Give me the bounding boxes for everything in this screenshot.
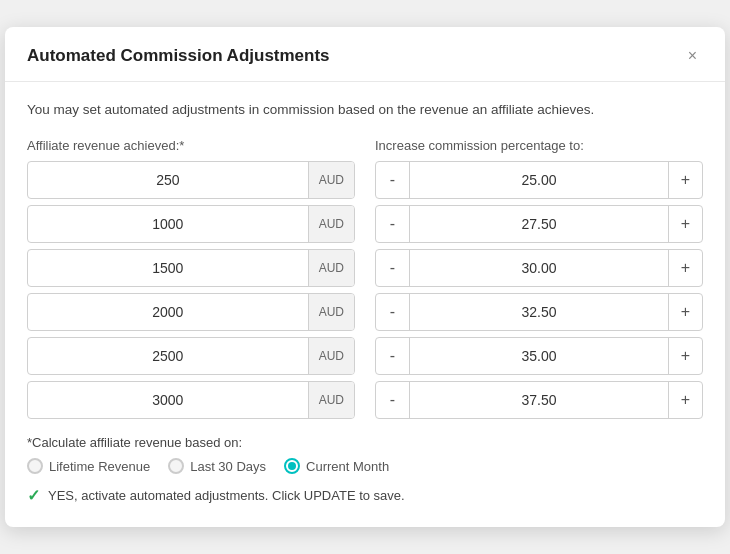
radio-label-2: Current Month xyxy=(306,459,389,474)
left-input-0[interactable] xyxy=(28,172,308,188)
decrement-btn-1[interactable]: - xyxy=(376,206,410,242)
left-suffix-0: AUD xyxy=(308,162,354,198)
right-column-header: Increase commission percentage to: xyxy=(375,138,703,153)
left-input-4[interactable] xyxy=(28,348,308,364)
increment-btn-0[interactable]: + xyxy=(668,162,702,198)
increment-btn-1[interactable]: + xyxy=(668,206,702,242)
right-stepper-row-0: - + xyxy=(375,161,703,199)
left-suffix-2: AUD xyxy=(308,250,354,286)
modal-container: Automated Commission Adjustments × You m… xyxy=(5,27,725,527)
modal-body: You may set automated adjustments in com… xyxy=(5,82,725,527)
left-row-group: AUD AUD AUD AUD xyxy=(27,161,355,419)
radio-label-1: Last 30 Days xyxy=(190,459,266,474)
decrement-btn-5[interactable]: - xyxy=(376,382,410,418)
radio-item-1[interactable]: Last 30 Days xyxy=(168,458,266,474)
yes-line: ✓ YES, activate automated adjustments. C… xyxy=(27,486,703,505)
right-input-5[interactable] xyxy=(410,392,668,408)
right-input-0[interactable] xyxy=(410,172,668,188)
radio-circle-1 xyxy=(168,458,184,474)
right-input-1[interactable] xyxy=(410,216,668,232)
left-suffix-3: AUD xyxy=(308,294,354,330)
radio-item-2[interactable]: Current Month xyxy=(284,458,389,474)
modal-title: Automated Commission Adjustments xyxy=(27,46,330,66)
right-stepper-row-1: - + xyxy=(375,205,703,243)
left-input-row-4: AUD xyxy=(27,337,355,375)
right-stepper-row-5: - + xyxy=(375,381,703,419)
increment-btn-4[interactable]: + xyxy=(668,338,702,374)
right-stepper-row-4: - + xyxy=(375,337,703,375)
left-input-3[interactable] xyxy=(28,304,308,320)
left-input-5[interactable] xyxy=(28,392,308,408)
right-column: Increase commission percentage to: - + -… xyxy=(375,138,703,419)
increment-btn-3[interactable]: + xyxy=(668,294,702,330)
left-suffix-1: AUD xyxy=(308,206,354,242)
left-input-row-1: AUD xyxy=(27,205,355,243)
close-button[interactable]: × xyxy=(682,45,703,67)
left-input-1[interactable] xyxy=(28,216,308,232)
radio-item-0[interactable]: Lifetime Revenue xyxy=(27,458,150,474)
right-input-3[interactable] xyxy=(410,304,668,320)
left-input-row-2: AUD xyxy=(27,249,355,287)
right-stepper-row-2: - + xyxy=(375,249,703,287)
radio-label-0: Lifetime Revenue xyxy=(49,459,150,474)
right-stepper-row-3: - + xyxy=(375,293,703,331)
left-column-header: Affiliate revenue achieved:* xyxy=(27,138,355,153)
columns-container: Affiliate revenue achieved:* AUD AUD xyxy=(27,138,703,419)
decrement-btn-0[interactable]: - xyxy=(376,162,410,198)
radio-group: Lifetime Revenue Last 30 Days Current Mo… xyxy=(27,458,703,474)
checkmark-icon: ✓ xyxy=(27,486,40,505)
right-input-4[interactable] xyxy=(410,348,668,364)
decrement-btn-4[interactable]: - xyxy=(376,338,410,374)
modal-header: Automated Commission Adjustments × xyxy=(5,27,725,82)
footer-section: *Calculate affiliate revenue based on: L… xyxy=(27,435,703,505)
modal-description: You may set automated adjustments in com… xyxy=(27,100,703,120)
right-row-group: - + - + - + xyxy=(375,161,703,419)
left-suffix-4: AUD xyxy=(308,338,354,374)
increment-btn-5[interactable]: + xyxy=(668,382,702,418)
left-input-2[interactable] xyxy=(28,260,308,276)
left-column: Affiliate revenue achieved:* AUD AUD xyxy=(27,138,355,419)
left-input-row-5: AUD xyxy=(27,381,355,419)
decrement-btn-2[interactable]: - xyxy=(376,250,410,286)
left-suffix-5: AUD xyxy=(308,382,354,418)
left-input-row-3: AUD xyxy=(27,293,355,331)
right-input-2[interactable] xyxy=(410,260,668,276)
increment-btn-2[interactable]: + xyxy=(668,250,702,286)
radio-circle-2 xyxy=(284,458,300,474)
calculate-label: *Calculate affiliate revenue based on: xyxy=(27,435,703,450)
left-input-row-0: AUD xyxy=(27,161,355,199)
radio-circle-0 xyxy=(27,458,43,474)
decrement-btn-3[interactable]: - xyxy=(376,294,410,330)
yes-text: YES, activate automated adjustments. Cli… xyxy=(48,488,405,503)
